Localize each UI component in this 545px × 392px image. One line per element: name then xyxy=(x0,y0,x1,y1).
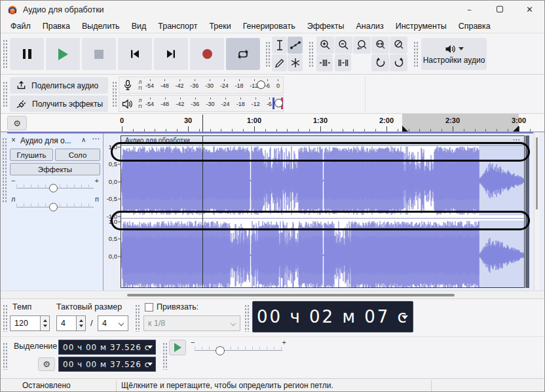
menu-item-transport[interactable]: Транспорт xyxy=(152,22,203,31)
skip-to-end-button[interactable] xyxy=(154,38,188,70)
record-button[interactable] xyxy=(190,38,224,70)
play-volume-slider[interactable] xyxy=(274,99,283,107)
horizontal-scrollbar[interactable] xyxy=(1,291,544,298)
loop-icon xyxy=(236,48,250,60)
pan-slider-thumb[interactable] xyxy=(49,203,58,211)
ruler-tick-label: 1:30 xyxy=(313,116,328,124)
toolbar-grip[interactable] xyxy=(3,342,8,370)
close-button[interactable]: ✕ xyxy=(515,1,544,19)
toolbar-grip[interactable] xyxy=(135,304,140,332)
time-signature-lower-dropdown[interactable]: 4 xyxy=(98,315,128,331)
time-signature-divider: / xyxy=(90,318,93,328)
timeline-options-button[interactable]: ⚙ xyxy=(7,116,27,130)
horizontal-scrollbar-thumb[interactable] xyxy=(127,294,455,296)
playback-meter[interactable]: Л П -54-48-42-36-30-24-18-12-6 xyxy=(119,95,284,112)
menu-item-edit[interactable]: Правка xyxy=(37,22,76,31)
silence-icon xyxy=(337,58,349,68)
menu-item-effects[interactable]: Эффекты xyxy=(301,22,350,31)
toolbar-grip[interactable] xyxy=(413,41,419,67)
record-meter[interactable]: Л П -54-48-42-36-30-24-18-12-60 xyxy=(119,77,284,94)
multi-tool-button[interactable] xyxy=(288,54,303,71)
vertical-scrollbar-thumb[interactable] xyxy=(536,137,538,209)
speed-slider-thumb[interactable] xyxy=(216,346,225,355)
toolbar-grip[interactable] xyxy=(162,342,168,370)
menu-item-generate[interactable]: Генерировать xyxy=(237,22,301,31)
play-at-speed-button[interactable] xyxy=(169,340,186,355)
toolbar-grip[interactable] xyxy=(3,81,8,107)
get-effects-button[interactable]: Получить эффекты xyxy=(10,96,108,112)
skip-to-start-button[interactable] xyxy=(118,38,152,70)
chevron-down-icon xyxy=(147,346,153,349)
envelope-tool-button[interactable] xyxy=(288,37,303,54)
play-button[interactable] xyxy=(46,38,80,70)
track-close-icon[interactable]: × xyxy=(11,135,16,145)
record-volume-slider[interactable] xyxy=(257,80,265,89)
timeline-ruler[interactable]: ⚙ 0 30 1:00 1:30 2:00 2:30 3:00 xyxy=(1,114,544,132)
trim-outside-selection-button[interactable] xyxy=(316,54,333,71)
menu-item-view[interactable]: Вид xyxy=(126,22,153,31)
time-signature-spinner[interactable] xyxy=(77,315,86,331)
zoom-in-button[interactable] xyxy=(316,37,334,54)
chevron-down-icon xyxy=(119,321,124,326)
menu-item-select[interactable]: Выделить xyxy=(76,22,126,31)
undo-button[interactable] xyxy=(371,54,389,71)
track-name[interactable]: Аудио для о... xyxy=(20,136,78,145)
envelope-tool-icon xyxy=(290,39,301,51)
menu-item-file[interactable]: Файл xyxy=(5,22,37,31)
gain-minus-label: − xyxy=(11,177,15,185)
track-collapse-icon[interactable]: ∧ xyxy=(81,136,86,143)
redo-button[interactable] xyxy=(390,54,407,71)
play-icon xyxy=(174,343,181,352)
speed-slider-track[interactable] xyxy=(195,350,282,351)
time-signature-label: Тактовый размер xyxy=(56,302,122,312)
mute-button[interactable]: Глушить xyxy=(10,149,53,161)
effects-button[interactable]: Эффекты xyxy=(10,163,100,175)
solo-button[interactable]: Соло xyxy=(55,149,100,161)
silence-selection-button[interactable] xyxy=(335,54,351,71)
draw-tool-button[interactable] xyxy=(272,54,287,71)
playback-speed-slider[interactable]: − + xyxy=(189,340,288,355)
fit-project-button[interactable] xyxy=(371,37,389,54)
track-grip[interactable] xyxy=(2,137,7,203)
loop-button[interactable] xyxy=(226,38,260,70)
selection-tool-button[interactable] xyxy=(272,37,287,54)
fit-selection-button[interactable] xyxy=(353,37,371,54)
menu-item-help[interactable]: Справка xyxy=(453,22,497,31)
menu-item-tracks[interactable]: Треки xyxy=(203,22,236,31)
toolbar-grip[interactable] xyxy=(112,81,117,107)
tempo-spinner[interactable] xyxy=(41,315,50,331)
toolbar-grip[interactable] xyxy=(244,304,250,332)
minimize-button[interactable]: – xyxy=(455,1,484,19)
selection-end-field[interactable]: 00 ч 00 м 37.526 с xyxy=(58,357,156,372)
zoom-out-button[interactable] xyxy=(335,37,352,54)
audio-position-display[interactable]: 00 ч 02 м 07 с xyxy=(252,301,413,332)
vertical-scrollbar[interactable] xyxy=(534,132,539,291)
stop-button[interactable] xyxy=(82,38,116,70)
toolbar-grip[interactable] xyxy=(3,39,8,69)
toolbar-grip[interactable] xyxy=(309,41,314,67)
ruler-tick-label: 2:00 xyxy=(379,116,394,124)
tempo-input[interactable] xyxy=(10,315,41,331)
menu-item-analyze[interactable]: Анализ xyxy=(350,22,390,31)
maximize-button[interactable] xyxy=(485,1,514,19)
pause-button[interactable] xyxy=(10,38,44,70)
waveform-channel-2[interactable] xyxy=(121,221,524,287)
selection-options-button[interactable]: ⚙ xyxy=(38,357,55,371)
gain-slider-thumb[interactable] xyxy=(49,184,58,192)
track-area: × Аудио для о... ∧ ⋯ Глушить Соло Эффект… xyxy=(1,132,544,291)
share-meters-toolbar: Поделиться аудио Получить эффекты Л П -5… xyxy=(1,75,544,114)
menu-item-tools[interactable]: Инструменты xyxy=(390,22,453,31)
selection-start-field[interactable]: 00 ч 00 м 37.526 с xyxy=(58,340,156,355)
track-menu-icon[interactable]: ⋯ xyxy=(92,134,100,143)
snap-dropdown[interactable]: к 1/8 xyxy=(143,315,240,331)
snap-checkbox[interactable] xyxy=(145,303,153,312)
time-signature-upper-input[interactable] xyxy=(56,315,77,331)
toolbar-grip[interactable] xyxy=(3,304,8,332)
toolbar-grip[interactable] xyxy=(265,41,271,67)
pause-icon xyxy=(23,49,31,59)
title-bar: Аудио для обработки – ✕ xyxy=(1,1,544,19)
audio-setup-button[interactable]: Настройки аудио xyxy=(421,38,487,70)
share-audio-button[interactable]: Поделиться аудио xyxy=(10,77,108,94)
get-effects-label: Получить эффекты xyxy=(32,99,103,109)
zoom-toggle-button[interactable] xyxy=(390,37,407,54)
